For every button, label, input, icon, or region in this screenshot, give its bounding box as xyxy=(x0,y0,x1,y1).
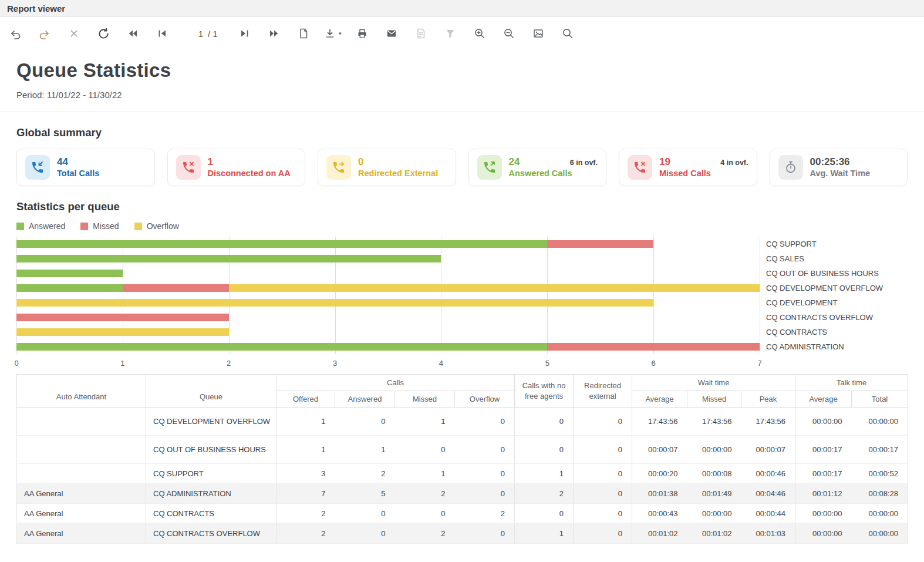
cell-queue: CQ OUT OF BUSINESS HOURS xyxy=(146,436,276,464)
fast-rewind-button[interactable] xyxy=(121,22,144,45)
cell-overflow: 0 xyxy=(455,464,515,484)
report-content: Queue Statistics Period: 11/01/22 - 11/3… xyxy=(0,59,924,544)
cell-wt_missed: 00:00:08 xyxy=(687,464,741,484)
fast-forward-button[interactable] xyxy=(262,22,286,45)
cell-aa: AA General xyxy=(17,484,146,504)
cell-aa: AA General xyxy=(17,504,146,524)
close-icon xyxy=(69,28,79,39)
cell-wt_peak: 00:00:07 xyxy=(741,436,795,464)
cell-queue: CQ ADMINISTRATION xyxy=(146,484,276,504)
cell-answered: 1 xyxy=(335,436,395,464)
legend-label: Overflow xyxy=(147,221,179,231)
cell-offered: 2 xyxy=(276,504,335,524)
window-title: Report viewer xyxy=(7,4,65,14)
bar-segment-answered xyxy=(16,270,123,277)
cell-redirected: 0 xyxy=(574,408,632,436)
cell-wt_missed: 00:01:49 xyxy=(687,484,741,504)
total-calls-icon xyxy=(25,155,50,180)
table-header: Auto Attendant Queue Calls Calls with no… xyxy=(17,375,908,408)
page-total-label: / 1 xyxy=(208,29,218,39)
document-icon xyxy=(415,28,427,39)
cell-missed: 1 xyxy=(395,464,455,484)
last-page-button[interactable] xyxy=(233,22,257,45)
queue-label: CQ SALES xyxy=(766,251,908,266)
zoom-in-button[interactable] xyxy=(468,22,491,45)
cell-tt_total: 00:00:52 xyxy=(852,464,908,484)
download-menu-caret[interactable]: ▾ xyxy=(339,31,342,36)
download-icon xyxy=(324,28,336,39)
bar-row xyxy=(16,237,760,251)
col-header-missed: Missed xyxy=(395,391,455,408)
cell-redirected: 0 xyxy=(574,464,632,484)
bar-segment-answered xyxy=(16,343,547,351)
cell-redirected: 0 xyxy=(574,436,632,464)
email-button[interactable] xyxy=(380,22,403,45)
cell-answered: 2 xyxy=(335,464,395,484)
legend-item-answered: Answered xyxy=(16,221,65,231)
queue-label: CQ CONTRACTS xyxy=(766,325,908,339)
cancel-button[interactable] xyxy=(62,22,86,45)
cell-aa xyxy=(17,436,146,464)
answered-swatch xyxy=(16,223,24,230)
cell-overflow: 2 xyxy=(455,504,515,524)
col-header-offered: Offered xyxy=(276,391,335,408)
page-number-input[interactable] xyxy=(189,28,204,39)
queue-label: CQ ADMINISTRATION xyxy=(766,339,908,354)
col-header-answered: Answered xyxy=(335,391,395,408)
chart-labels: CQ SUPPORTCQ SALESCQ OUT OF BUSINESS HOU… xyxy=(760,237,908,369)
missed-swatch xyxy=(80,223,88,230)
group-header-talk-time: Talk time xyxy=(795,375,908,391)
undo-button[interactable] xyxy=(4,22,27,45)
table-row: CQ DEVELOPMENT OVERFLOW10100017:43:5617:… xyxy=(17,408,908,436)
first-page-button[interactable] xyxy=(150,22,174,45)
search-button[interactable] xyxy=(556,22,579,45)
table-row: AA GeneralCQ CONTRACTS OVERFLOW20201000:… xyxy=(17,524,908,544)
bar-segment-overflow xyxy=(16,299,653,307)
stat-label: Missed Calls xyxy=(659,169,748,178)
bar-segment-missed xyxy=(16,314,229,321)
cell-answered: 5 xyxy=(335,484,395,504)
cell-overflow: 0 xyxy=(455,408,515,436)
cell-tt_total: 00:08:28 xyxy=(852,484,908,504)
cell-queue: CQ CONTRACTS OVERFLOW xyxy=(146,524,276,544)
cell-wt_avg: 00:01:02 xyxy=(632,524,687,544)
new-document-button[interactable] xyxy=(292,22,315,45)
cell-tt_avg: 00:01:12 xyxy=(795,484,852,504)
print-button[interactable] xyxy=(350,22,374,45)
cell-redirected: 0 xyxy=(574,524,632,544)
zoom-out-button[interactable] xyxy=(497,22,521,45)
queue-label: CQ DEVELOPMENT xyxy=(766,295,908,310)
x-axis-tick: 7 xyxy=(757,359,761,368)
stat-value: 1 xyxy=(208,157,213,168)
cell-queue: CQ CONTRACTS xyxy=(146,504,276,524)
statistics-per-queue-heading: Statistics per queue xyxy=(16,200,908,213)
cell-wt_missed: 00:00:00 xyxy=(687,436,741,464)
cell-wt_avg: 17:43:56 xyxy=(632,408,687,436)
legend-item-missed: Missed xyxy=(80,221,119,231)
cell-wt_avg: 00:00:07 xyxy=(632,436,687,464)
refresh-button[interactable] xyxy=(92,22,115,45)
chart-plot xyxy=(16,237,760,354)
stat-value: 00:25:36 xyxy=(810,157,850,168)
avg-wait-time-icon xyxy=(778,155,803,180)
email-icon xyxy=(386,28,397,39)
download-button[interactable]: ▾ xyxy=(321,22,345,45)
stat-card-total-calls: 44 Total Calls xyxy=(16,149,155,186)
filter-button[interactable] xyxy=(439,22,462,45)
page-title: Queue Statistics xyxy=(16,59,908,82)
queue-label: CQ CONTRACTS OVERFLOW xyxy=(766,310,908,325)
col-header-talk-total: Total xyxy=(852,391,908,408)
first-page-icon xyxy=(156,28,168,39)
cell-no_free: 1 xyxy=(515,524,574,544)
cell-offered: 1 xyxy=(276,408,335,436)
chart-legend: Answered Missed Overflow xyxy=(16,221,908,231)
cell-wt_missed: 00:00:00 xyxy=(687,504,741,524)
export-image-button[interactable] xyxy=(527,22,550,45)
table-row: AA GeneralCQ CONTRACTS20020000:00:4300:0… xyxy=(17,504,908,524)
group-header-no-free-agents: Calls with no free agents xyxy=(515,375,574,408)
redirected-calls-icon xyxy=(326,155,351,180)
document-properties-button[interactable] xyxy=(409,22,433,45)
redo-button[interactable] xyxy=(33,22,56,45)
phone-incoming-icon xyxy=(31,160,45,174)
bar-segment-answered xyxy=(16,240,547,248)
